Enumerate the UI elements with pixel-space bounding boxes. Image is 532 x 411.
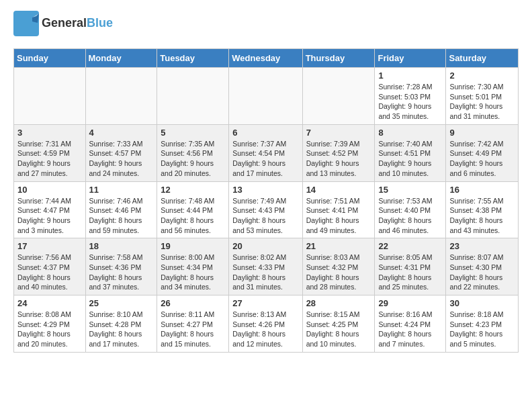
day-info: Sunrise: 7:49 AM Sunset: 4:43 PM Dayligh… xyxy=(232,196,298,236)
weekday-header-tuesday: Tuesday xyxy=(157,49,229,68)
calendar-cell: 22Sunrise: 8:05 AM Sunset: 4:31 PM Dayli… xyxy=(375,238,446,295)
calendar-cell: 17Sunrise: 7:56 AM Sunset: 4:37 PM Dayli… xyxy=(14,238,86,295)
calendar-cell: 3Sunrise: 7:31 AM Sunset: 4:59 PM Daylig… xyxy=(14,124,86,181)
calendar-cell xyxy=(14,68,86,125)
day-info: Sunrise: 8:16 AM Sunset: 4:24 PM Dayligh… xyxy=(378,310,442,349)
logo: GeneralBlue xyxy=(13,11,113,36)
day-number: 7 xyxy=(306,128,371,138)
day-number: 6 xyxy=(232,128,298,138)
calendar-cell: 4Sunrise: 7:33 AM Sunset: 4:57 PM Daylig… xyxy=(85,124,157,181)
calendar-cell: 16Sunrise: 7:55 AM Sunset: 4:38 PM Dayli… xyxy=(446,181,519,238)
calendar-cell: 27Sunrise: 8:13 AM Sunset: 4:26 PM Dayli… xyxy=(229,295,302,353)
day-info: Sunrise: 8:05 AM Sunset: 4:31 PM Dayligh… xyxy=(378,253,442,292)
calendar-cell: 5Sunrise: 7:35 AM Sunset: 4:56 PM Daylig… xyxy=(157,124,229,181)
weekday-header-sunday: Sunday xyxy=(14,49,86,68)
day-info: Sunrise: 7:56 AM Sunset: 4:37 PM Dayligh… xyxy=(17,253,82,292)
day-number: 5 xyxy=(161,128,225,138)
calendar-cell: 19Sunrise: 8:00 AM Sunset: 4:34 PM Dayli… xyxy=(157,238,229,295)
day-number: 21 xyxy=(306,241,371,251)
day-number: 9 xyxy=(449,128,515,138)
day-number: 16 xyxy=(449,185,515,195)
calendar-cell: 26Sunrise: 8:11 AM Sunset: 4:27 PM Dayli… xyxy=(157,295,229,353)
calendar-cell: 14Sunrise: 7:51 AM Sunset: 4:41 PM Dayli… xyxy=(302,181,375,238)
day-number: 13 xyxy=(232,185,298,195)
generalblue-logo-icon xyxy=(13,11,39,36)
day-number: 27 xyxy=(232,298,298,308)
day-info: Sunrise: 8:07 AM Sunset: 4:30 PM Dayligh… xyxy=(449,253,515,292)
calendar-cell: 7Sunrise: 7:39 AM Sunset: 4:52 PM Daylig… xyxy=(302,124,375,181)
weekday-header-thursday: Thursday xyxy=(302,49,375,68)
day-info: Sunrise: 8:08 AM Sunset: 4:29 PM Dayligh… xyxy=(17,310,82,349)
day-info: Sunrise: 7:37 AM Sunset: 4:54 PM Dayligh… xyxy=(232,139,298,179)
day-number: 10 xyxy=(17,185,82,195)
day-number: 8 xyxy=(378,128,442,138)
day-info: Sunrise: 7:28 AM Sunset: 5:03 PM Dayligh… xyxy=(378,82,442,122)
calendar-cell: 23Sunrise: 8:07 AM Sunset: 4:30 PM Dayli… xyxy=(446,238,519,295)
calendar-cell: 1Sunrise: 7:28 AM Sunset: 5:03 PM Daylig… xyxy=(375,68,446,125)
calendar-cell: 8Sunrise: 7:40 AM Sunset: 4:51 PM Daylig… xyxy=(375,124,446,181)
day-info: Sunrise: 7:30 AM Sunset: 5:01 PM Dayligh… xyxy=(449,82,515,122)
day-number: 22 xyxy=(378,241,442,251)
day-number: 28 xyxy=(306,298,371,308)
svg-rect-0 xyxy=(13,11,39,36)
day-info: Sunrise: 8:18 AM Sunset: 4:23 PM Dayligh… xyxy=(449,310,515,349)
day-number: 30 xyxy=(449,298,515,308)
day-info: Sunrise: 7:39 AM Sunset: 4:52 PM Dayligh… xyxy=(306,139,371,179)
calendar-cell xyxy=(85,68,157,125)
calendar-cell: 21Sunrise: 8:03 AM Sunset: 4:32 PM Dayli… xyxy=(302,238,375,295)
calendar-cell xyxy=(157,68,229,125)
calendar-table: SundayMondayTuesdayWednesdayThursdayFrid… xyxy=(13,48,519,353)
calendar-cell: 6Sunrise: 7:37 AM Sunset: 4:54 PM Daylig… xyxy=(229,124,302,181)
day-number: 17 xyxy=(17,241,82,251)
day-number: 18 xyxy=(89,241,154,251)
calendar-cell: 15Sunrise: 7:53 AM Sunset: 4:40 PM Dayli… xyxy=(375,181,446,238)
calendar-cell: 12Sunrise: 7:48 AM Sunset: 4:44 PM Dayli… xyxy=(157,181,229,238)
calendar-cell: 11Sunrise: 7:46 AM Sunset: 4:46 PM Dayli… xyxy=(85,181,157,238)
day-number: 1 xyxy=(378,71,442,81)
calendar-cell: 10Sunrise: 7:44 AM Sunset: 4:47 PM Dayli… xyxy=(14,181,86,238)
day-info: Sunrise: 7:53 AM Sunset: 4:40 PM Dayligh… xyxy=(378,196,442,236)
day-info: Sunrise: 7:46 AM Sunset: 4:46 PM Dayligh… xyxy=(89,196,154,236)
day-info: Sunrise: 7:44 AM Sunset: 4:47 PM Dayligh… xyxy=(17,196,82,236)
day-info: Sunrise: 7:48 AM Sunset: 4:44 PM Dayligh… xyxy=(161,196,225,236)
calendar-cell: 24Sunrise: 8:08 AM Sunset: 4:29 PM Dayli… xyxy=(14,295,86,353)
calendar-cell xyxy=(229,68,302,125)
day-number: 12 xyxy=(161,185,225,195)
logo-text: GeneralBlue xyxy=(42,17,113,30)
day-info: Sunrise: 8:13 AM Sunset: 4:26 PM Dayligh… xyxy=(232,310,298,349)
day-info: Sunrise: 7:33 AM Sunset: 4:57 PM Dayligh… xyxy=(89,139,154,179)
day-info: Sunrise: 8:11 AM Sunset: 4:27 PM Dayligh… xyxy=(161,310,225,349)
day-number: 4 xyxy=(89,128,154,138)
weekday-header-friday: Friday xyxy=(375,49,446,68)
day-info: Sunrise: 7:35 AM Sunset: 4:56 PM Dayligh… xyxy=(161,139,225,179)
day-number: 29 xyxy=(378,298,442,308)
calendar-cell: 29Sunrise: 8:16 AM Sunset: 4:24 PM Dayli… xyxy=(375,295,446,353)
day-info: Sunrise: 8:10 AM Sunset: 4:28 PM Dayligh… xyxy=(89,310,154,349)
day-info: Sunrise: 7:58 AM Sunset: 4:36 PM Dayligh… xyxy=(89,253,154,292)
day-info: Sunrise: 8:15 AM Sunset: 4:25 PM Dayligh… xyxy=(306,310,371,349)
day-info: Sunrise: 7:55 AM Sunset: 4:38 PM Dayligh… xyxy=(449,196,515,236)
day-number: 19 xyxy=(161,241,225,251)
day-number: 3 xyxy=(17,128,82,138)
day-number: 14 xyxy=(306,185,371,195)
calendar-cell: 20Sunrise: 8:02 AM Sunset: 4:33 PM Dayli… xyxy=(229,238,302,295)
day-number: 2 xyxy=(449,71,515,81)
calendar-cell: 28Sunrise: 8:15 AM Sunset: 4:25 PM Dayli… xyxy=(302,295,375,353)
day-info: Sunrise: 7:31 AM Sunset: 4:59 PM Dayligh… xyxy=(17,139,82,179)
calendar-cell: 2Sunrise: 7:30 AM Sunset: 5:01 PM Daylig… xyxy=(446,68,519,125)
calendar-cell: 13Sunrise: 7:49 AM Sunset: 4:43 PM Dayli… xyxy=(229,181,302,238)
day-info: Sunrise: 7:40 AM Sunset: 4:51 PM Dayligh… xyxy=(378,139,442,179)
calendar-cell xyxy=(302,68,375,125)
day-number: 26 xyxy=(161,298,225,308)
day-number: 11 xyxy=(89,185,154,195)
weekday-header-saturday: Saturday xyxy=(446,49,519,68)
day-info: Sunrise: 8:02 AM Sunset: 4:33 PM Dayligh… xyxy=(232,253,298,292)
day-number: 25 xyxy=(89,298,154,308)
day-info: Sunrise: 8:03 AM Sunset: 4:32 PM Dayligh… xyxy=(306,253,371,292)
day-info: Sunrise: 7:42 AM Sunset: 4:49 PM Dayligh… xyxy=(449,139,515,179)
weekday-header-monday: Monday xyxy=(85,49,157,68)
day-number: 20 xyxy=(232,241,298,251)
calendar-cell: 9Sunrise: 7:42 AM Sunset: 4:49 PM Daylig… xyxy=(446,124,519,181)
calendar-cell: 30Sunrise: 8:18 AM Sunset: 4:23 PM Dayli… xyxy=(446,295,519,353)
day-number: 23 xyxy=(449,241,515,251)
